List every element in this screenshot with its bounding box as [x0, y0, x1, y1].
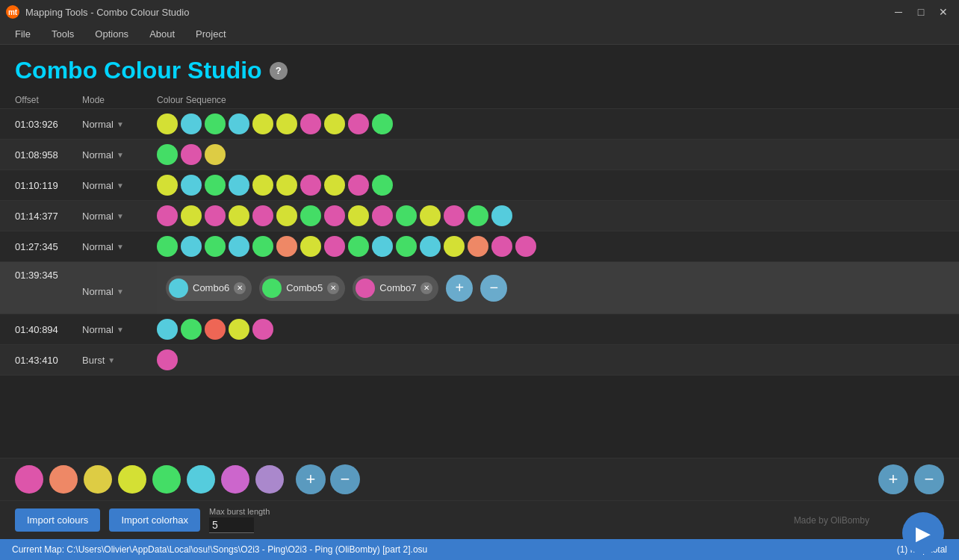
colour-dot[interactable] — [157, 113, 178, 134]
colour-dot[interactable] — [229, 319, 249, 340]
colour-dot[interactable] — [420, 205, 441, 226]
colour-dot[interactable] — [515, 236, 536, 257]
colour-dot[interactable] — [324, 205, 345, 226]
colour-dot[interactable] — [276, 236, 297, 257]
burst-length-input[interactable] — [209, 517, 254, 533]
colour-dot[interactable] — [491, 205, 512, 226]
colour-dot[interactable] — [205, 144, 226, 165]
menu-tools[interactable]: Tools — [43, 27, 83, 41]
colour-dot[interactable] — [372, 236, 393, 257]
colour-dot[interactable] — [205, 205, 226, 226]
minimize-button[interactable]: ─ — [889, 4, 908, 20]
colour-dot[interactable] — [181, 144, 202, 165]
chip-add-button[interactable]: + — [446, 275, 473, 302]
colour-dot[interactable] — [252, 236, 273, 257]
menu-file[interactable]: File — [6, 27, 40, 41]
colour-dot[interactable] — [252, 113, 273, 134]
dropdown-arrow-icon[interactable]: ▼ — [117, 287, 124, 296]
colour-dot[interactable] — [181, 236, 202, 257]
colour-dot[interactable] — [372, 113, 393, 134]
colour-dot[interactable] — [324, 236, 345, 257]
colour-dot[interactable] — [205, 175, 226, 196]
palette-dot[interactable] — [255, 465, 284, 494]
help-icon[interactable]: ? — [270, 62, 288, 80]
colour-dot[interactable] — [157, 349, 178, 370]
colour-dot[interactable] — [157, 144, 178, 165]
colour-dot[interactable] — [229, 175, 249, 196]
colour-dot[interactable] — [348, 205, 369, 226]
combo-chip[interactable]: Combo6 ✕ — [166, 276, 252, 301]
global-add-button[interactable]: + — [878, 464, 908, 494]
palette-remove-button[interactable]: − — [330, 464, 360, 494]
colour-dot[interactable] — [300, 205, 321, 226]
menu-project[interactable]: Project — [187, 27, 235, 41]
colour-dot[interactable] — [157, 205, 178, 226]
play-button[interactable]: ▶ — [902, 512, 944, 539]
colour-dot[interactable] — [157, 236, 178, 257]
colour-dot[interactable] — [205, 319, 226, 340]
colour-dot[interactable] — [372, 175, 393, 196]
colour-dot[interactable] — [181, 205, 202, 226]
colour-dot[interactable] — [229, 236, 249, 257]
colour-dot[interactable] — [181, 319, 202, 340]
menu-options[interactable]: Options — [86, 27, 137, 41]
combo-chip-close-icon[interactable]: ✕ — [420, 282, 432, 294]
colour-dot[interactable] — [396, 236, 417, 257]
palette-dot[interactable] — [187, 465, 215, 494]
colour-dot[interactable] — [300, 175, 321, 196]
colour-dot[interactable] — [300, 113, 321, 134]
colour-dot[interactable] — [276, 205, 297, 226]
colour-dot[interactable] — [468, 236, 488, 257]
restore-button[interactable]: □ — [911, 4, 931, 20]
colour-dot[interactable] — [181, 113, 202, 134]
colour-dot[interactable] — [491, 236, 512, 257]
colour-dot[interactable] — [420, 236, 441, 257]
colour-dot[interactable] — [157, 319, 178, 340]
combo-chip-close-icon[interactable]: ✕ — [327, 282, 339, 294]
colour-dot[interactable] — [444, 205, 465, 226]
dropdown-arrow-icon[interactable]: ▼ — [117, 212, 124, 220]
palette-dot[interactable] — [118, 465, 146, 494]
dropdown-arrow-icon[interactable]: ▼ — [117, 243, 124, 251]
palette-add-button[interactable]: + — [296, 464, 326, 494]
combo-chip-close-icon[interactable]: ✕ — [234, 282, 246, 294]
colour-dot[interactable] — [229, 113, 249, 134]
combo-chip[interactable]: Combo5 ✕ — [259, 276, 345, 301]
colour-dot[interactable] — [444, 236, 465, 257]
colour-dot[interactable] — [252, 205, 273, 226]
dropdown-arrow-icon[interactable]: ▼ — [117, 120, 124, 128]
colour-dot[interactable] — [300, 236, 321, 257]
colour-dot[interactable] — [181, 175, 202, 196]
colour-dot[interactable] — [229, 205, 249, 226]
colour-dot[interactable] — [157, 175, 178, 196]
palette-dot[interactable] — [221, 465, 249, 494]
palette-dot[interactable] — [15, 465, 43, 494]
colour-dot[interactable] — [252, 175, 273, 196]
close-button[interactable]: ✕ — [934, 4, 953, 20]
menu-about[interactable]: About — [140, 27, 184, 41]
colour-dot[interactable] — [348, 236, 369, 257]
dropdown-arrow-icon[interactable]: ▼ — [108, 356, 115, 364]
colour-dot[interactable] — [348, 175, 369, 196]
colour-dot[interactable] — [324, 175, 345, 196]
import-colours-button[interactable]: Import colours — [15, 508, 100, 532]
palette-dot[interactable] — [152, 465, 181, 494]
colour-dot[interactable] — [276, 113, 297, 134]
colour-dot[interactable] — [205, 113, 226, 134]
dropdown-arrow-icon[interactable]: ▼ — [117, 181, 124, 190]
dropdown-arrow-icon[interactable]: ▼ — [117, 151, 124, 159]
colour-dot[interactable] — [372, 205, 393, 226]
import-colorhax-button[interactable]: Import colorhax — [109, 508, 200, 532]
colour-dot[interactable] — [468, 205, 488, 226]
colour-dot[interactable] — [252, 319, 273, 340]
palette-dot[interactable] — [84, 465, 112, 494]
colour-dot[interactable] — [205, 236, 226, 257]
colour-dot[interactable] — [276, 175, 297, 196]
combo-chip[interactable]: Combo7 ✕ — [353, 276, 438, 301]
colour-dot[interactable] — [348, 113, 369, 134]
colour-dot[interactable] — [324, 113, 345, 134]
chip-remove-button[interactable]: − — [480, 275, 507, 302]
dropdown-arrow-icon[interactable]: ▼ — [117, 326, 124, 334]
global-remove-button[interactable]: − — [914, 464, 944, 494]
palette-dot[interactable] — [49, 465, 78, 494]
